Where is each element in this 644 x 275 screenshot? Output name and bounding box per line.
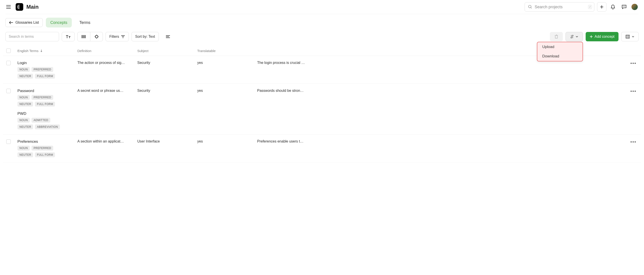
global-search[interactable]: /: [524, 2, 594, 12]
search-shortcut-badge: /: [588, 5, 592, 9]
term-tag: NOUN: [18, 67, 30, 72]
term-tag: NEUTER: [18, 152, 33, 157]
svg-rect-1: [96, 35, 98, 38]
add-concept-label: Add concept: [594, 35, 614, 39]
subject-cell: User Interface: [137, 139, 197, 143]
plus-icon: [600, 5, 604, 9]
sort-down-icon: [40, 49, 42, 52]
term-tag: PREFERRED: [32, 146, 53, 151]
term-tag: PREFERRED: [32, 67, 53, 72]
tab-concepts[interactable]: Concepts: [46, 18, 72, 27]
term-tag: ABBREVIATION: [35, 124, 60, 129]
caret-down-icon: [576, 36, 578, 37]
terms-table: English Terms Definition Subject Transla…: [0, 46, 644, 162]
sort-arrows-icon: [570, 35, 574, 38]
translatable-cell: yes: [197, 61, 257, 65]
translatable-cell: yes: [197, 139, 257, 143]
toolbar: Filters Sort by: Text Upload Download Ad…: [0, 31, 644, 46]
row-checkbox[interactable]: [6, 61, 11, 65]
sort-button[interactable]: Sort by: Text: [132, 32, 159, 41]
messages-button[interactable]: [620, 2, 629, 12]
term-name: Password: [18, 89, 77, 93]
note-cell: Preferences enable users t…: [257, 139, 624, 143]
term-tag: NEUTER: [18, 124, 33, 129]
term-tag: NOUN: [18, 146, 30, 151]
translatable-cell: yes: [197, 89, 257, 93]
term-tag: FULL FORM: [35, 102, 55, 107]
term-variant-name: PWD: [18, 111, 77, 116]
back-to-glossaries[interactable]: Glossaries List: [5, 18, 43, 27]
definition-cell: The action or process of sig…: [77, 61, 137, 65]
list-options-button[interactable]: [162, 32, 174, 41]
columns-icon: [626, 35, 630, 38]
search-icon: [528, 5, 532, 9]
delete-button[interactable]: [550, 32, 563, 41]
row-checkbox[interactable]: [6, 139, 11, 144]
caret-down-icon: [632, 36, 634, 37]
definition-cell: A secret word or phrase us…: [77, 89, 137, 93]
term-name: Preferences: [18, 139, 77, 144]
notifications-button[interactable]: [608, 2, 618, 12]
term-tag: NEUTER: [18, 74, 33, 79]
text-size-button[interactable]: [62, 32, 75, 41]
subject-cell: Security: [137, 89, 197, 93]
subheader: Glossaries List Concepts Terms: [0, 14, 644, 31]
table-row[interactable]: PasswordNOUNPREFERREDNEUTERFULL FORMPWDN…: [3, 84, 641, 134]
list-icon: [166, 35, 170, 38]
menu-item-upload[interactable]: Upload: [537, 42, 582, 52]
menu-toggle[interactable]: [4, 3, 12, 11]
column-header-term[interactable]: English Terms: [18, 49, 77, 53]
add-concept-button[interactable]: Add concept: [586, 32, 618, 41]
row-actions-button[interactable]: •••: [629, 61, 638, 79]
term-tag: NOUN: [18, 118, 30, 123]
svg-point-0: [528, 5, 531, 8]
layout-barcode-button[interactable]: [78, 32, 90, 41]
filters-button[interactable]: Filters: [106, 32, 129, 41]
term-tag: FULL FORM: [35, 152, 55, 157]
table-row[interactable]: PreferencesNOUNPREFERREDNEUTERFULL FORMA…: [3, 134, 641, 162]
app-logo: [16, 3, 23, 11]
select-all-checkbox[interactable]: [6, 48, 11, 53]
row-checkbox[interactable]: [6, 89, 11, 93]
term-tag: FULL FORM: [35, 74, 55, 79]
global-search-input[interactable]: [535, 5, 588, 9]
expand-icon: [94, 34, 99, 39]
term-name: Login: [18, 61, 77, 65]
app-title: Main: [26, 4, 39, 10]
row-actions-button[interactable]: •••: [629, 139, 638, 157]
back-label: Glossaries List: [16, 20, 39, 24]
topbar: Main /: [0, 0, 644, 14]
term-tag: PREFERRED: [32, 95, 53, 100]
plus-icon: [590, 35, 593, 38]
column-header-definition[interactable]: Definition: [77, 49, 137, 53]
tab-terms[interactable]: Terms: [75, 18, 95, 27]
filter-icon: [121, 35, 125, 38]
term-tag: NEUTER: [18, 102, 33, 107]
column-header-subject[interactable]: Subject: [137, 49, 197, 53]
sort-label: Sort by: Text: [135, 35, 155, 39]
definition-cell: A section within an applicat…: [77, 139, 137, 143]
import-export-menu: Upload Download: [537, 42, 583, 61]
column-header-translatable[interactable]: Translatable: [197, 49, 257, 53]
filters-label: Filters: [109, 35, 119, 39]
search-terms-input[interactable]: [5, 32, 59, 41]
term-tag: NOUN: [18, 95, 30, 100]
trash-icon: [554, 35, 558, 39]
row-actions-button[interactable]: •••: [629, 89, 638, 129]
chat-icon: [622, 5, 626, 9]
subject-cell: Security: [137, 61, 197, 65]
layout-expand-button[interactable]: [90, 32, 103, 41]
columns-button[interactable]: [621, 32, 639, 41]
import-export-button[interactable]: [566, 32, 583, 41]
note-cell: Passwords should be stron…: [257, 89, 624, 93]
svg-rect-2: [626, 35, 630, 38]
bell-icon: [611, 4, 615, 9]
create-button[interactable]: [597, 2, 606, 12]
hamburger-icon: [6, 5, 11, 9]
user-avatar[interactable]: [632, 4, 638, 10]
swirl-icon: [17, 4, 22, 9]
term-tag: ADMITTED: [32, 118, 50, 123]
barcode-icon: [82, 35, 86, 39]
menu-item-download[interactable]: Download: [537, 52, 582, 61]
layout-toggle-group: [77, 32, 103, 41]
